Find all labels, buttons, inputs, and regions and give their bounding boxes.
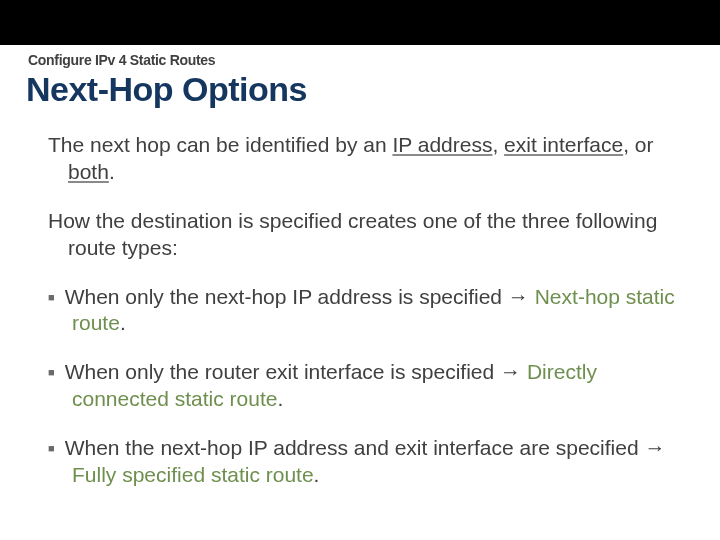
square-bullet-icon: ■ <box>48 442 65 454</box>
slide: Configure IPv 4 Static Routes Next-Hop O… <box>0 0 720 540</box>
paragraph-1: The next hop can be identified by an IP … <box>48 132 676 186</box>
slide-title: Next-Hop Options <box>26 70 307 109</box>
p1-underline-2: exit interface <box>504 133 623 156</box>
b2-tail: . <box>277 387 283 410</box>
body-content: The next hop can be identified by an IP … <box>48 132 676 511</box>
arrow-icon: → <box>500 360 527 383</box>
top-bar <box>0 0 720 45</box>
b3-lead: When the next-hop IP address and exit in… <box>65 436 645 459</box>
b3-tail: . <box>314 463 320 486</box>
pretitle: Configure IPv 4 Static Routes <box>28 52 215 68</box>
square-bullet-icon: ■ <box>48 291 65 303</box>
p1-prefix: The next hop can be identified by an <box>48 133 392 156</box>
bullet-3: ■When the next-hop IP address and exit i… <box>48 435 676 489</box>
p1-sep1: , <box>492 133 504 156</box>
bullet-1: ■When only the next-hop IP address is sp… <box>48 284 676 338</box>
b3-highlight: Fully specified static route <box>72 463 314 486</box>
arrow-icon: → <box>644 436 665 459</box>
square-bullet-icon: ■ <box>48 366 65 378</box>
p1-sep2: , or <box>623 133 653 156</box>
p1-suffix: . <box>109 160 115 183</box>
paragraph-2: How the destination is specified creates… <box>48 208 676 262</box>
bullet-2: ■When only the router exit interface is … <box>48 359 676 413</box>
arrow-icon: → <box>508 285 535 308</box>
b2-lead: When only the router exit interface is s… <box>65 360 500 383</box>
b1-tail: . <box>120 311 126 334</box>
p1-underline-1: IP address <box>392 133 492 156</box>
p1-underline-3: both <box>68 160 109 183</box>
b1-lead: When only the next-hop IP address is spe… <box>65 285 508 308</box>
